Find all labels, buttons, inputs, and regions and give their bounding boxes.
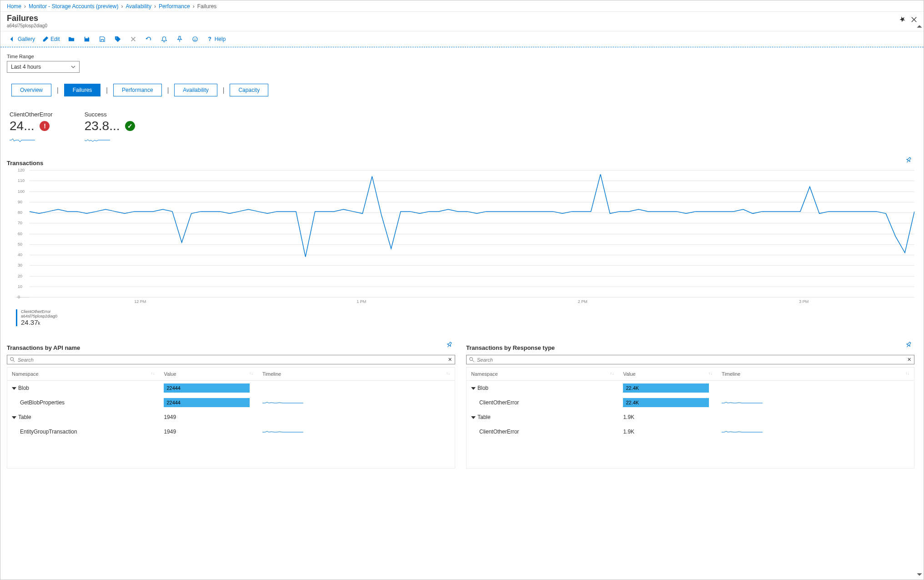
api-search-box[interactable]: ✕ (7, 355, 455, 364)
response-type-panel: Transactions by Response type ✕ Namespac… (466, 344, 914, 469)
refresh-icon[interactable] (142, 34, 156, 44)
breadcrumb-link-monitor[interactable]: Monitor - Storage Accounts (preview) (29, 3, 118, 10)
col-value[interactable]: Value↑↓ (159, 368, 258, 381)
table-row[interactable]: ClientOtherError22.4K (467, 395, 914, 410)
tab-capacity[interactable]: Capacity (230, 84, 268, 96)
tab-performance[interactable]: Performance (113, 84, 162, 96)
api-data-table: Namespace↑↓ Value↑↓ Timeline↑↓ Blob22444… (7, 367, 455, 469)
breadcrumb-link-performance[interactable]: Performance (159, 3, 190, 10)
search-icon (10, 357, 15, 362)
app-window: Home › Monitor - Storage Accounts (previ… (0, 0, 924, 580)
metric-success[interactable]: Success 23.8... ✓ (85, 111, 136, 143)
search-icon (469, 357, 474, 362)
svg-text:?: ? (208, 36, 211, 42)
save-icon[interactable] (80, 34, 94, 44)
resp-search-input[interactable] (477, 357, 904, 363)
pin-table-icon[interactable] (446, 342, 452, 349)
table-row[interactable]: GetBlobProperties22444 (7, 395, 455, 410)
metric-tiles: ClientOtherError 24... ! Success 23.8...… (10, 111, 914, 143)
col-namespace[interactable]: Namespace↑↓ (467, 368, 619, 381)
transactions-title: Transactions (7, 160, 914, 166)
content-area[interactable]: Time Range Last 4 hours Overview | Failu… (0, 47, 924, 580)
table-row[interactable]: EntityGroupTransaction1949 (7, 424, 455, 439)
transactions-chart[interactable]: 0102030405060708090100110120 (16, 170, 914, 298)
resp-search-box[interactable]: ✕ (466, 355, 914, 364)
clear-search-icon[interactable]: ✕ (448, 357, 452, 363)
save-as-icon[interactable] (95, 34, 109, 44)
chevron-down-icon (71, 65, 75, 69)
svg-point-1 (194, 38, 194, 39)
metric-client-other-error[interactable]: ClientOtherError 24... ! (10, 111, 53, 143)
api-name-panel: Transactions by API name ✕ Namespace↑↓ V… (7, 344, 455, 469)
sparkline (10, 137, 37, 143)
edit-button[interactable]: Edit (40, 34, 63, 44)
view-tabs: Overview | Failures | Performance | Avai… (11, 84, 914, 96)
table-row[interactable]: Blob22.4K (467, 381, 914, 396)
tab-failures[interactable]: Failures (64, 84, 101, 96)
breadcrumb-current: Failures (197, 3, 217, 10)
table-row[interactable]: Blob22444 (7, 381, 455, 396)
col-namespace[interactable]: Namespace↑↓ (7, 368, 160, 381)
svg-point-0 (192, 37, 197, 42)
discard-icon (126, 34, 140, 44)
clear-search-icon[interactable]: ✕ (907, 357, 911, 363)
metric-value: 23.8... (85, 119, 120, 133)
gallery-button[interactable]: Gallery (7, 34, 38, 44)
page-subtitle: a64sl75plosp2diag0 (7, 23, 47, 28)
tab-overview[interactable]: Overview (11, 84, 51, 96)
time-range-select[interactable]: Last 4 hours (7, 61, 80, 73)
help-button[interactable]: ? Help (204, 34, 229, 44)
error-status-icon: ! (40, 121, 50, 131)
alert-icon[interactable] (157, 34, 171, 44)
pin-icon[interactable] (899, 16, 905, 24)
svg-point-4 (10, 358, 14, 361)
toolbar: Gallery Edit (0, 31, 924, 47)
pin-table-icon[interactable] (905, 342, 912, 349)
tab-availability[interactable]: Availability (174, 84, 217, 96)
open-icon[interactable] (65, 34, 78, 44)
breadcrumb-link-home[interactable]: Home (7, 3, 21, 10)
scroll-up-icon[interactable] (916, 23, 923, 30)
resp-table-title: Transactions by Response type (466, 344, 914, 351)
breadcrumb-sep: › (154, 3, 156, 10)
scroll-down-icon[interactable] (916, 571, 923, 578)
col-value[interactable]: Value↑↓ (618, 368, 717, 381)
scroll-buttons (916, 23, 923, 578)
api-table-title: Transactions by API name (7, 344, 455, 351)
api-search-input[interactable] (18, 357, 445, 363)
breadcrumb-sep: › (121, 3, 123, 10)
resp-data-table: Namespace↑↓ Value↑↓ Timeline↑↓ Blob22.4K… (466, 367, 914, 469)
table-row[interactable]: Table1.9K (467, 410, 914, 424)
pin-toolbar-icon[interactable] (173, 34, 186, 44)
metric-value: 24... (10, 119, 34, 133)
breadcrumb: Home › Monitor - Storage Accounts (previ… (0, 0, 924, 12)
breadcrumb-sep: › (193, 3, 195, 10)
page-header: Failures a64sl75plosp2diag0 (0, 12, 924, 31)
col-timeline[interactable]: Timeline↑↓ (258, 368, 455, 381)
breadcrumb-sep: › (24, 3, 26, 10)
page-title: Failures (7, 14, 47, 23)
time-range-label: Time Range (7, 54, 914, 59)
table-row[interactable]: Table1949 (7, 410, 455, 424)
pin-chart-icon[interactable] (905, 157, 912, 165)
sparkline (85, 137, 112, 143)
svg-point-2 (196, 38, 196, 39)
tag-icon[interactable] (111, 34, 125, 44)
table-row[interactable]: ClientOtherError1.9K (467, 424, 914, 439)
col-timeline[interactable]: Timeline↑↓ (717, 368, 914, 381)
breadcrumb-link-availability[interactable]: Availability (126, 3, 151, 10)
success-status-icon: ✓ (125, 121, 135, 131)
svg-point-5 (470, 358, 473, 361)
feedback-icon[interactable] (188, 34, 202, 44)
transactions-chart-section: Transactions 010203040506070809010011012… (7, 160, 914, 326)
